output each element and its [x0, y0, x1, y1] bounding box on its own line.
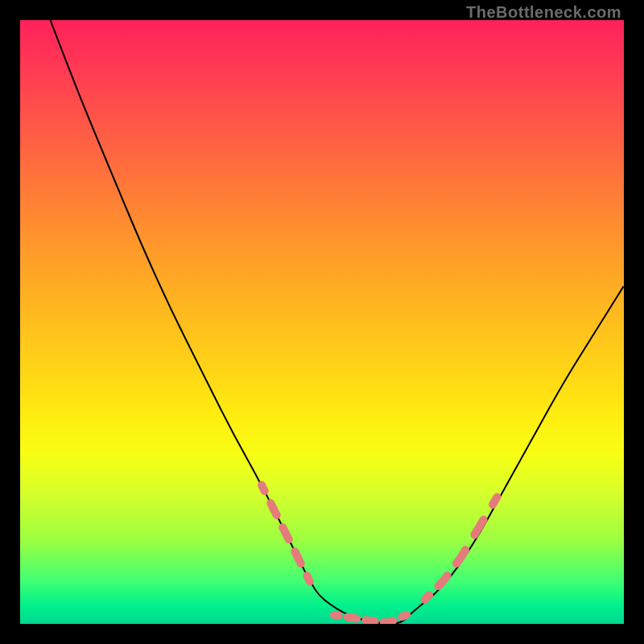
svg-line-2 — [274, 510, 277, 516]
svg-line-0 — [262, 485, 265, 492]
svg-line-8 — [334, 615, 339, 616]
svg-line-23 — [493, 497, 497, 505]
chart-frame: TheBottleneck.com — [0, 0, 644, 644]
svg-line-22 — [479, 520, 484, 527]
highlight-beads — [262, 485, 497, 623]
svg-line-14 — [389, 621, 394, 622]
plot-area — [20, 20, 624, 624]
svg-line-12 — [370, 621, 375, 621]
watermark-text: TheBottleneck.com — [466, 3, 621, 22]
bottleneck-curve — [51, 20, 625, 624]
svg-line-10 — [353, 618, 357, 619]
svg-line-7 — [307, 576, 310, 582]
svg-line-6 — [298, 558, 301, 564]
svg-line-4 — [286, 534, 289, 540]
svg-line-20 — [461, 550, 466, 557]
curve-svg — [20, 20, 624, 624]
svg-line-16 — [425, 595, 430, 600]
svg-line-15 — [402, 615, 407, 617]
svg-line-18 — [443, 576, 448, 582]
